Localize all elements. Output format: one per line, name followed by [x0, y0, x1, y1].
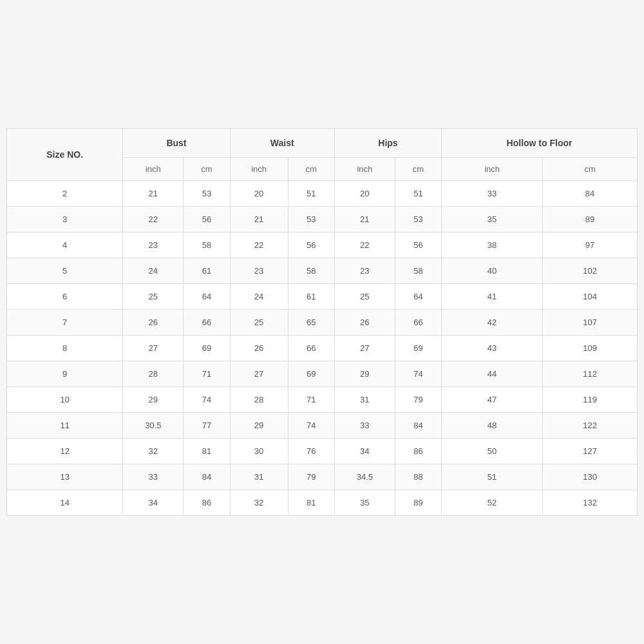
- size-no-cell: 10: [7, 387, 123, 413]
- data-cell: 58: [184, 232, 230, 258]
- bust-inch-header: inch: [123, 158, 184, 181]
- size-no-cell: 6: [7, 284, 123, 310]
- data-cell: 89: [395, 490, 441, 516]
- hips-inch-header: inch: [334, 158, 395, 181]
- data-cell: 22: [334, 232, 395, 258]
- size-chart-table: Size NO. Bust Waist Hips Hollow to Floor…: [6, 128, 638, 516]
- htf-header: Hollow to Floor: [442, 129, 638, 158]
- data-cell: 22: [123, 207, 184, 232]
- data-cell: 61: [184, 258, 230, 284]
- data-cell: 127: [543, 439, 638, 464]
- size-no-cell: 8: [7, 336, 123, 361]
- size-no-cell: 12: [7, 439, 123, 464]
- data-cell: 66: [288, 336, 334, 361]
- data-cell: 24: [230, 284, 288, 310]
- data-cell: 86: [184, 490, 230, 516]
- data-cell: 26: [334, 310, 395, 336]
- size-no-header: Size NO.: [7, 129, 123, 181]
- data-cell: 71: [184, 361, 230, 387]
- data-cell: 48: [442, 413, 543, 439]
- data-cell: 79: [395, 387, 441, 413]
- data-cell: 50: [442, 439, 543, 464]
- data-cell: 28: [123, 361, 184, 387]
- size-no-cell: 3: [7, 207, 123, 232]
- data-cell: 79: [288, 464, 334, 490]
- data-cell: 23: [334, 258, 395, 284]
- data-cell: 42: [442, 310, 543, 336]
- data-cell: 58: [288, 258, 334, 284]
- data-cell: 65: [288, 310, 334, 336]
- data-cell: 84: [184, 464, 230, 490]
- data-cell: 29: [334, 361, 395, 387]
- table-row: 1232813076348650127: [7, 439, 638, 464]
- htf-cm-header: cm: [543, 158, 638, 181]
- data-cell: 21: [230, 207, 288, 232]
- data-cell: 32: [123, 439, 184, 464]
- data-cell: 27: [123, 336, 184, 361]
- data-cell: 102: [543, 258, 638, 284]
- data-cell: 56: [395, 232, 441, 258]
- data-cell: 89: [543, 207, 638, 232]
- data-cell: 34: [123, 490, 184, 516]
- data-cell: 53: [184, 181, 230, 207]
- size-no-cell: 5: [7, 258, 123, 284]
- data-cell: 86: [395, 439, 441, 464]
- data-cell: 26: [123, 310, 184, 336]
- bust-cm-header: cm: [184, 158, 230, 181]
- data-cell: 104: [543, 284, 638, 310]
- data-cell: 107: [543, 310, 638, 336]
- data-cell: 112: [543, 361, 638, 387]
- waist-inch-header: inch: [230, 158, 288, 181]
- data-cell: 35: [442, 207, 543, 232]
- data-cell: 31: [230, 464, 288, 490]
- table-row: 928712769297444112: [7, 361, 638, 387]
- data-cell: 40: [442, 258, 543, 284]
- data-cell: 66: [395, 310, 441, 336]
- data-cell: 53: [288, 207, 334, 232]
- table-row: 524612358235840102: [7, 258, 638, 284]
- table-row: 726662565266642107: [7, 310, 638, 336]
- data-cell: 51: [442, 464, 543, 490]
- data-cell: 38: [442, 232, 543, 258]
- data-cell: 81: [288, 490, 334, 516]
- data-cell: 88: [395, 464, 441, 490]
- bust-header: Bust: [123, 129, 230, 158]
- table-row: 1029742871317947119: [7, 387, 638, 413]
- data-cell: 43: [442, 336, 543, 361]
- waist-header: Waist: [230, 129, 334, 158]
- data-cell: 66: [184, 310, 230, 336]
- data-cell: 33: [334, 413, 395, 439]
- data-cell: 61: [288, 284, 334, 310]
- waist-cm-header: cm: [288, 158, 334, 181]
- data-cell: 84: [543, 181, 638, 207]
- data-cell: 64: [184, 284, 230, 310]
- data-cell: 23: [123, 232, 184, 258]
- data-cell: 76: [288, 439, 334, 464]
- data-cell: 21: [123, 181, 184, 207]
- data-cell: 58: [395, 258, 441, 284]
- data-cell: 33: [123, 464, 184, 490]
- data-cell: 69: [184, 336, 230, 361]
- data-cell: 69: [395, 336, 441, 361]
- data-cell: 24: [123, 258, 184, 284]
- data-cell: 56: [288, 232, 334, 258]
- data-cell: 22: [230, 232, 288, 258]
- size-no-cell: 11: [7, 413, 123, 439]
- data-cell: 84: [395, 413, 441, 439]
- data-cell: 74: [288, 413, 334, 439]
- data-cell: 25: [230, 310, 288, 336]
- data-cell: 81: [184, 439, 230, 464]
- data-cell: 74: [184, 387, 230, 413]
- data-cell: 25: [334, 284, 395, 310]
- table-row: 42358225622563897: [7, 232, 638, 258]
- data-cell: 52: [442, 490, 543, 516]
- data-cell: 44: [442, 361, 543, 387]
- data-cell: 47: [442, 387, 543, 413]
- table-row: 1434863281358952132: [7, 490, 638, 516]
- main-header-row: Size NO. Bust Waist Hips Hollow to Floor: [7, 129, 638, 158]
- data-cell: 28: [230, 387, 288, 413]
- table-row: 1130.5772974338448122: [7, 413, 638, 439]
- data-cell: 30.5: [123, 413, 184, 439]
- data-cell: 53: [395, 207, 441, 232]
- data-cell: 77: [184, 413, 230, 439]
